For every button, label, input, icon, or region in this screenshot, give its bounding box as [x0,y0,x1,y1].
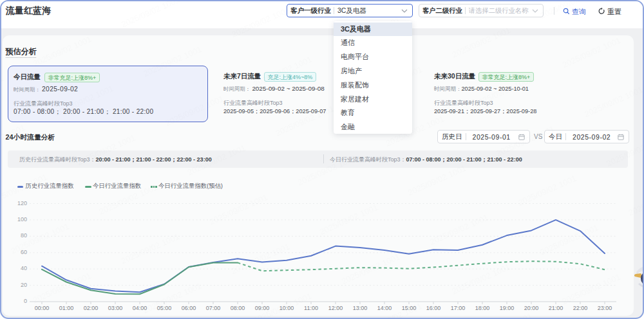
svg-text:0: 0 [24,298,27,304]
svg-text:01:00: 01:00 [59,305,74,311]
svg-text:16:00: 16:00 [426,305,441,311]
svg-text:04:00: 04:00 [133,305,147,311]
svg-text:20: 20 [21,282,27,288]
svg-text:18:00: 18:00 [475,305,490,311]
svg-text:80: 80 [21,232,27,239]
svg-text:12:00: 12:00 [328,305,343,311]
svg-text:120: 120 [17,200,27,206]
svg-text:07:00: 07:00 [206,305,221,311]
svg-text:19:00: 19:00 [500,305,515,311]
svg-text:20:00: 20:00 [524,305,539,311]
svg-text:02:00: 02:00 [84,305,99,311]
svg-text:21:00: 21:00 [549,305,564,311]
svg-text:05:00: 05:00 [157,305,172,311]
svg-text:13:00: 13:00 [353,305,368,311]
svg-text:14:00: 14:00 [377,305,392,311]
svg-text:03:00: 03:00 [108,305,123,311]
svg-text:06:00: 06:00 [182,305,196,311]
svg-text:08:00: 08:00 [231,305,245,311]
svg-text:11:00: 11:00 [304,305,318,311]
svg-text:00:00: 00:00 [35,305,50,311]
svg-text:17:00: 17:00 [451,305,466,311]
svg-text:15:00: 15:00 [402,305,417,311]
svg-text:60: 60 [21,249,27,255]
svg-text:09:00: 09:00 [255,305,270,311]
svg-text:23:00: 23:00 [598,305,612,311]
svg-text:100: 100 [17,216,27,223]
svg-text:40: 40 [21,265,27,271]
svg-text:10:00: 10:00 [279,305,294,311]
svg-text:22:00: 22:00 [573,305,588,311]
